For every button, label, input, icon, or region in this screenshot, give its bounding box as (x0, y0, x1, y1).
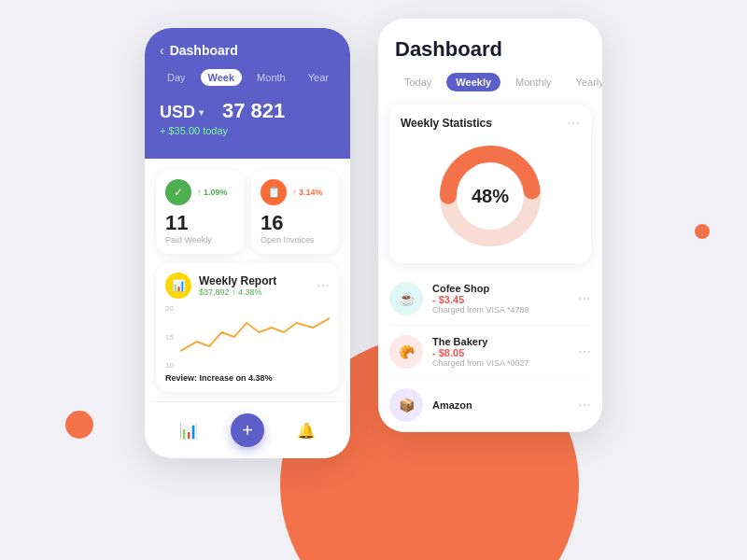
bell-nav-icon[interactable]: 🔔 (297, 422, 316, 440)
y-label-10: 10 (165, 361, 174, 370)
transaction-name-coffee: Cofee Shop (432, 283, 569, 294)
report-subtitle: $37,892 ↑ 4.38% (199, 287, 276, 297)
currency-selector[interactable]: USD ▾ (160, 103, 204, 122)
right-tab-weekly[interactable]: Weekly (446, 73, 500, 91)
transaction-more-amazon-icon[interactable]: ⋯ (578, 398, 591, 413)
tab-month[interactable]: Month (249, 69, 293, 86)
review-label: Review: (165, 373, 197, 383)
transaction-icon-bakery: 🥐 (389, 335, 423, 369)
review-text: Review: Increase on 4.38% (165, 373, 330, 383)
stat1-number: 11 (165, 213, 234, 233)
transaction-name-amazon: Amazon (432, 399, 569, 411)
tab-week[interactable]: Week (201, 69, 243, 86)
main-amount: 37 821 (222, 99, 285, 123)
transaction-icon-amazon: 📦 (389, 388, 423, 422)
transaction-amount-bakery: - $8.05 (432, 347, 569, 358)
transaction-list: ☕ Cofee Shop - $3.45 Charged from VISA *… (378, 273, 602, 432)
stat1-label: Paid Weekly (165, 235, 234, 245)
transaction-amount-coffee: - $3.45 (432, 294, 569, 305)
transaction-item-amazon: 📦 Amazon ⋯ (389, 379, 591, 432)
right-phone: Dashboard Today Weekly Monthly Yearly We… (378, 19, 602, 432)
stat2-label: Open Invoices (261, 235, 330, 245)
transaction-info-bakery: The Bakery - $8.05 Charged from VISA *00… (432, 336, 569, 368)
transaction-more-coffee-icon[interactable]: ⋯ (578, 291, 591, 306)
donut-chart-container: 48% (401, 140, 580, 252)
left-phone: ‹ Dashboard Day Week Month Year USD ▾ 37… (145, 28, 350, 458)
tab-day[interactable]: Day (160, 69, 193, 86)
report-text-group: Weekly Report $37,892 ↑ 4.38% (199, 274, 276, 297)
phone-nav: ‹ Dashboard (160, 43, 335, 58)
stat2-number: 16 (261, 213, 330, 233)
transaction-sub-bakery: Charged from VISA *0027 (432, 358, 569, 368)
transaction-more-bakery-icon[interactable]: ⋯ (578, 344, 591, 359)
right-tab-today[interactable]: Today (395, 73, 441, 91)
back-arrow-icon[interactable]: ‹ (160, 43, 164, 58)
right-tab-yearly[interactable]: Yearly (567, 73, 602, 91)
report-header: 📊 Weekly Report $37,892 ↑ 4.38% ⋯ (165, 273, 330, 299)
stat-icon-check: ✓ (165, 179, 191, 205)
transaction-info-amazon: Amazon (432, 399, 569, 411)
stat-card-paid: ✓ ↑ 1.09% 11 Paid Weekly (156, 170, 244, 254)
weekly-report-card: 📊 Weekly Report $37,892 ↑ 4.38% ⋯ 20 15 … (156, 263, 339, 392)
chevron-down-icon: ▾ (199, 107, 204, 118)
right-phone-title: Dashboard (395, 37, 585, 62)
stat2-change: ↑ 3.14% (292, 188, 323, 197)
amount-row: USD ▾ 37 821 (160, 99, 335, 123)
stat-icon-invoice: 📋 (261, 179, 287, 205)
today-change: + $35.00 today (160, 125, 335, 136)
more-dots-icon[interactable]: ⋯ (317, 278, 330, 293)
phones-container: ‹ Dashboard Day Week Month Year USD ▾ 37… (0, 0, 747, 560)
tab-year[interactable]: Year (301, 69, 336, 86)
transaction-icon-coffee: ☕ (389, 282, 423, 315)
donut-percent-label: 48% (472, 186, 509, 207)
transaction-sub-coffee: Charged from VISA *4788 (432, 305, 569, 315)
left-phone-header: ‹ Dashboard Day Week Month Year USD ▾ 37… (145, 28, 350, 159)
stat-icon-row-1: ✓ ↑ 1.09% (165, 179, 234, 205)
ws-more-dots-icon[interactable]: ⋯ (567, 116, 580, 131)
chart-area: 20 15 10 (165, 304, 330, 370)
stat-icon-row-2: 📋 ↑ 3.14% (261, 179, 330, 205)
stat1-change: ↑ 1.09% (197, 188, 228, 197)
stat-card-invoices: 📋 ↑ 3.14% 16 Open Invoices (251, 170, 339, 254)
y-label-15: 15 (165, 333, 174, 342)
weekly-stats-card: Weekly Statistics ⋯ 48% (389, 105, 591, 263)
transaction-name-bakery: The Bakery (432, 336, 569, 347)
review-value: Increase on 4.38% (200, 373, 273, 383)
currency-label: USD (160, 103, 195, 122)
line-chart (180, 304, 330, 370)
report-icon: 📊 (165, 273, 191, 299)
stats-row: ✓ ↑ 1.09% 11 Paid Weekly 📋 ↑ 3.14% 16 Op… (145, 159, 350, 254)
transaction-info-coffee: Cofee Shop - $3.45 Charged from VISA *47… (432, 283, 569, 315)
transaction-item-bakery: 🥐 The Bakery - $8.05 Charged from VISA *… (389, 326, 591, 379)
y-label-20: 20 (165, 304, 174, 313)
add-button[interactable]: + (231, 413, 264, 447)
chart-y-labels: 20 15 10 (165, 304, 174, 370)
ws-header: Weekly Statistics ⋯ (401, 116, 580, 131)
right-time-tabs: Today Weekly Monthly Yearly (395, 73, 585, 91)
report-title: Weekly Report (199, 274, 276, 287)
report-title-group: 📊 Weekly Report $37,892 ↑ 4.38% (165, 273, 276, 299)
left-time-tabs: Day Week Month Year (160, 69, 335, 86)
transaction-item-coffee: ☕ Cofee Shop - $3.45 Charged from VISA *… (389, 273, 591, 326)
stats-nav-icon[interactable]: 📊 (179, 422, 198, 440)
bottom-nav: 📊 + 🔔 (145, 401, 350, 458)
right-phone-header: Dashboard Today Weekly Monthly Yearly (378, 19, 602, 91)
left-phone-title: Dashboard (170, 43, 238, 58)
right-tab-monthly[interactable]: Monthly (506, 73, 561, 91)
ws-title: Weekly Statistics (401, 117, 492, 130)
